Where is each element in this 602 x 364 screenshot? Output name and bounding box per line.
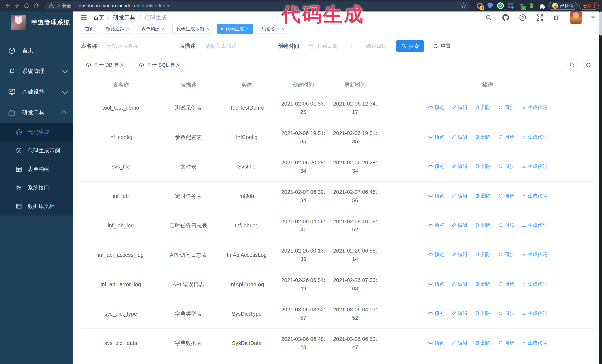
scrollbar-thumb[interactable] xyxy=(599,11,602,36)
generate-code-link[interactable]: 生成代码 xyxy=(522,251,547,258)
sync-link[interactable]: 同步 xyxy=(498,221,514,229)
extension-check-icon[interactable] xyxy=(497,2,504,9)
import-sql-button[interactable]: 基于 SQL 导入 xyxy=(134,59,185,71)
sidebar-item-db-doc[interactable]: 数据库文档 xyxy=(0,197,73,216)
sidebar-item-system[interactable]: 系统管理 xyxy=(0,61,73,82)
sidebar-item-system-api[interactable]: 系统接口 xyxy=(0,178,73,197)
sync-link[interactable]: 同步 xyxy=(498,104,514,111)
profile-paused-badge[interactable]: 已暂停 xyxy=(548,2,578,10)
logo-row[interactable]: 芋道管理系统 xyxy=(0,11,73,33)
edit-link[interactable]: 编辑 xyxy=(452,221,467,229)
preview-link[interactable]: 预览 xyxy=(428,104,444,111)
browser-menu-icon[interactable] xyxy=(594,3,595,8)
generate-code-link[interactable]: 生成代码 xyxy=(522,192,547,199)
edit-link[interactable]: 编辑 xyxy=(452,163,467,170)
delete-link[interactable]: 删除 xyxy=(475,280,491,288)
generate-code-link[interactable]: 生成代码 xyxy=(522,339,547,346)
reset-button[interactable]: 重置 xyxy=(428,40,456,52)
delete-link[interactable]: 删除 xyxy=(475,339,491,346)
url-host[interactable]: dashboard.yudao.iocoder.cn xyxy=(79,3,139,9)
browser-forward-icon[interactable] xyxy=(13,2,21,10)
end-date-placeholder[interactable]: 结束日期 xyxy=(366,42,387,50)
help-icon[interactable]: ? xyxy=(519,13,527,22)
delete-link[interactable]: 删除 xyxy=(475,251,491,258)
preview-link[interactable]: 预览 xyxy=(428,310,444,317)
generate-code-link[interactable]: 生成代码 xyxy=(522,133,547,141)
tab-close-icon[interactable]: × xyxy=(206,26,209,31)
sync-link[interactable]: 同步 xyxy=(498,310,514,317)
edit-link[interactable]: 编辑 xyxy=(452,310,467,317)
start-date-placeholder[interactable]: 开始日期 xyxy=(317,42,337,50)
delete-link[interactable]: 删除 xyxy=(475,104,491,111)
sync-link[interactable]: 同步 xyxy=(498,192,514,199)
url-path[interactable]: /tool/codegen xyxy=(142,3,171,9)
extension-grid-icon[interactable] xyxy=(507,2,514,9)
hamburger-icon[interactable] xyxy=(80,14,88,21)
sync-link[interactable]: 同步 xyxy=(498,163,514,170)
sync-link[interactable]: 同步 xyxy=(498,251,514,258)
browser-update-button[interactable]: 更新 xyxy=(579,2,599,10)
browser-reload-icon[interactable] xyxy=(22,2,31,10)
generate-code-link[interactable]: 生成代码 xyxy=(522,310,547,317)
date-range-picker[interactable]: 开始日期 - 结束日期 xyxy=(304,40,391,52)
browser-back-icon[interactable] xyxy=(3,2,11,10)
sidebar-item-codegen[interactable]: 代码生成 xyxy=(0,123,73,141)
text-size-icon[interactable]: tT xyxy=(553,13,561,22)
preview-link[interactable]: 预览 xyxy=(428,163,444,170)
extension-on-badge-icon[interactable]: on xyxy=(518,2,525,9)
edit-link[interactable]: 编辑 xyxy=(452,251,467,258)
bookmark-star-icon[interactable] xyxy=(461,3,467,9)
generate-code-link[interactable]: 生成代码 xyxy=(522,163,547,170)
extension-gem-icon[interactable] xyxy=(487,2,494,9)
preview-link[interactable]: 预览 xyxy=(428,280,444,288)
view-tab[interactable]: 首页 × xyxy=(81,24,98,34)
edit-link[interactable]: 编辑 xyxy=(452,192,467,199)
page-scrollbar[interactable] xyxy=(599,11,602,364)
delete-link[interactable]: 删除 xyxy=(475,310,491,317)
edit-link[interactable]: 编辑 xyxy=(452,339,467,346)
preview-link[interactable]: 预览 xyxy=(428,221,444,229)
tab-close-icon[interactable]: × xyxy=(127,26,129,31)
delete-link[interactable]: 删除 xyxy=(475,163,491,170)
search-button[interactable]: 搜索 xyxy=(396,40,424,52)
toggle-search-button[interactable] xyxy=(566,59,578,71)
breadcrumb-home[interactable]: 首页 xyxy=(93,14,104,21)
url-bar[interactable]: 不安全 dashboard.yudao.iocoder.cn/tool/code… xyxy=(44,1,471,10)
preview-link[interactable]: 预览 xyxy=(428,339,444,346)
fullscreen-icon[interactable] xyxy=(536,13,544,22)
sidebar-item-infra[interactable]: 基础设施 xyxy=(0,82,73,102)
delete-link[interactable]: 删除 xyxy=(475,221,491,229)
edit-link[interactable]: 编辑 xyxy=(452,133,467,141)
extension-robot-icon[interactable] xyxy=(528,2,535,9)
preview-link[interactable]: 预览 xyxy=(428,133,444,141)
preview-link[interactable]: 预览 xyxy=(428,192,444,199)
table-name-input[interactable] xyxy=(102,40,171,52)
edit-link[interactable]: 编辑 xyxy=(452,280,467,288)
view-tab[interactable]: 表单构建 × xyxy=(137,24,168,34)
extension-orange-ring-icon[interactable]: 1 xyxy=(476,2,483,9)
refresh-table-button[interactable] xyxy=(583,59,594,71)
sync-link[interactable]: 同步 xyxy=(498,133,514,141)
table-desc-input[interactable] xyxy=(200,40,269,52)
import-db-button[interactable]: 基于 DB 导入 xyxy=(81,59,129,71)
delete-link[interactable]: 删除 xyxy=(475,133,491,141)
view-tab[interactable]: 代码生成 × xyxy=(217,24,253,34)
security-label[interactable]: 不安全 xyxy=(57,3,71,9)
tab-close-icon[interactable]: × xyxy=(162,26,164,31)
sidebar-item-form-builder[interactable]: 表单构建 xyxy=(0,160,73,178)
view-tab[interactable]: 代码生成示例 × xyxy=(172,24,213,34)
sidebar-item-home[interactable]: 首页 xyxy=(0,40,73,61)
generate-code-link[interactable]: 生成代码 xyxy=(522,104,547,111)
breadcrumb-devtools[interactable]: 研发工具 xyxy=(113,14,135,21)
sync-link[interactable]: 同步 xyxy=(498,339,514,346)
browser-home-icon[interactable] xyxy=(32,2,40,10)
edit-link[interactable]: 编辑 xyxy=(452,104,467,111)
puzzle-extensions-icon[interactable] xyxy=(538,2,546,9)
github-icon[interactable] xyxy=(502,13,510,22)
generate-code-link[interactable]: 生成代码 xyxy=(522,280,547,288)
user-avatar[interactable] xyxy=(570,11,582,24)
sidebar-item-devtools[interactable]: 研发工具 xyxy=(0,102,73,123)
generate-code-link[interactable]: 生成代码 xyxy=(522,221,547,229)
sync-link[interactable]: 同步 xyxy=(498,280,514,288)
delete-link[interactable]: 删除 xyxy=(475,192,491,199)
